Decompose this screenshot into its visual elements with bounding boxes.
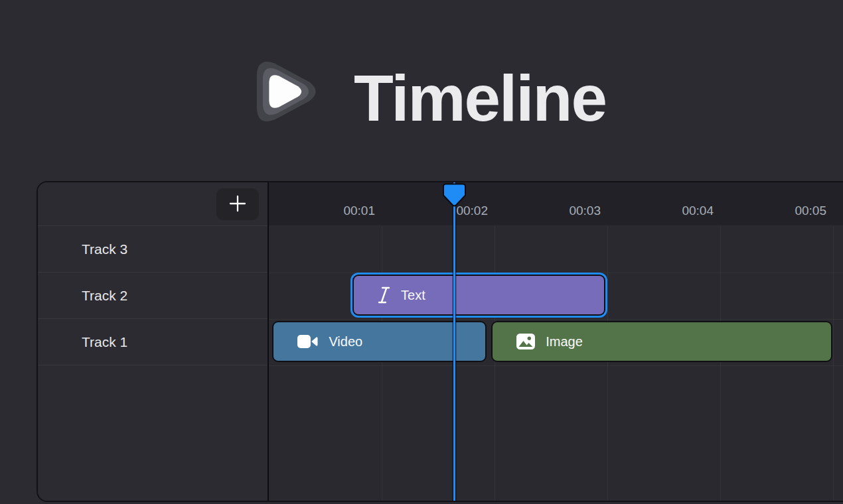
ruler-tick-label: 00:03 (554, 182, 601, 226)
track-label-row-track-2: Track 2 (38, 273, 268, 319)
app-title: Timeline (354, 66, 606, 131)
clip-label: Video (329, 334, 362, 349)
track-label-row-track-1: Track 1 (38, 319, 268, 365)
track-label: Track 1 (82, 334, 127, 350)
text-italic-icon (378, 286, 390, 304)
ruler-tick-label: 00:04 (667, 182, 714, 226)
row-divider (269, 365, 843, 366)
image-photo-icon (516, 334, 535, 349)
row-divider (269, 319, 843, 320)
ruler-tick-label: 00:01 (329, 182, 375, 226)
timeline-panel: Track 3Track 2Track 1 00:0100:0200:0300:… (37, 181, 843, 502)
track-label: Track 2 (82, 288, 127, 304)
add-track-button[interactable] (216, 188, 259, 220)
play-logo-icon (237, 42, 331, 143)
track-label-row-track-3: Track 3 (38, 226, 268, 273)
clip-label: Image (546, 334, 583, 349)
gridline-second-5 (833, 182, 834, 501)
track-list: Track 3Track 2Track 1 (38, 182, 269, 501)
clip-image[interactable]: Image (491, 321, 832, 362)
video-camera-icon (297, 334, 318, 349)
app-logo: Timeline (0, 42, 843, 143)
plus-icon (228, 194, 248, 216)
playhead-line[interactable] (453, 182, 455, 501)
playhead-marker-icon (443, 182, 466, 207)
clip-text[interactable]: Text (352, 275, 605, 316)
clip-label: Text (401, 288, 425, 303)
timeline-grid: 00:0100:0200:0300:0400:05 Text Video Ima… (269, 182, 843, 501)
playhead-handle[interactable] (443, 182, 466, 207)
page: { "app": { "title": "Timeline" }, "logo"… (0, 0, 843, 504)
track-list-header (38, 182, 268, 226)
ruler-tick-label: 00:05 (780, 182, 826, 226)
track-label: Track 3 (82, 241, 127, 257)
row-divider (269, 273, 843, 273)
